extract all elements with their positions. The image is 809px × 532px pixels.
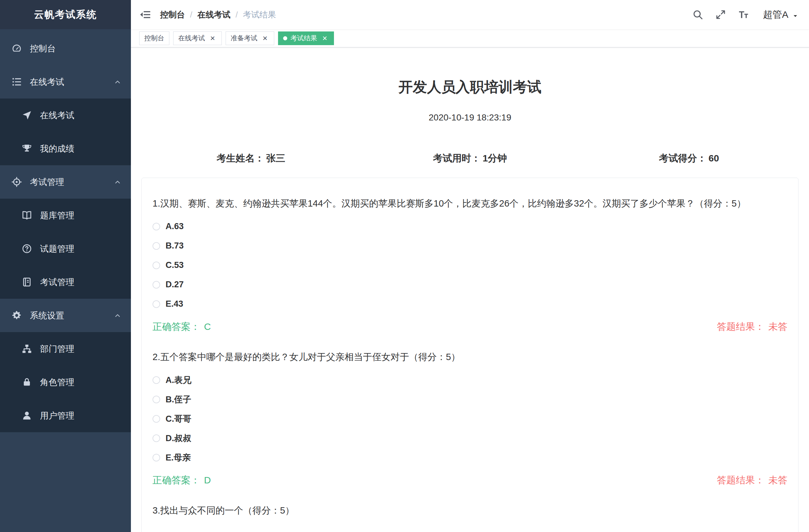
username: 超管A: [763, 8, 788, 21]
question-2-option-1[interactable]: A.表兄: [153, 373, 787, 388]
exam-title: 开发人员入职培训考试: [141, 78, 798, 97]
answer-row: 正确答案：C答题结果：未答: [153, 320, 787, 333]
sidebar-item-7[interactable]: 考试管理: [0, 265, 131, 299]
sidebar-item-label: 考试管理: [30, 176, 114, 188]
sidebar-menu: 控制台在线考试在线考试我的成绩考试管理题库管理试题管理考试管理系统设置部门管理角…: [0, 29, 131, 432]
answer-result: 答题结果：未答: [717, 474, 787, 487]
radio-button[interactable]: [153, 261, 160, 269]
breadcrumb-item-1[interactable]: 在线考试: [197, 9, 230, 20]
tag-2[interactable]: 准备考试×: [226, 32, 274, 45]
question-text: 2.五个答案中哪个是最好的类比？女儿对于父亲相当于侄女对于（得分：5）: [153, 350, 787, 364]
fullscreen-icon[interactable]: [715, 9, 726, 20]
sidebar-item-label: 控制台: [30, 43, 121, 54]
sidebar-item-6[interactable]: 试题管理: [0, 232, 131, 265]
sidebar-item-10[interactable]: 角色管理: [0, 365, 131, 399]
breadcrumb-item-0[interactable]: 控制台: [160, 9, 185, 20]
option-label: E.43: [166, 299, 183, 309]
correct-answer-label: 正确答案：: [153, 321, 200, 332]
navbar-actions: 超管A: [692, 8, 799, 21]
sidebar-item-label: 考试管理: [40, 276, 121, 288]
hamburger-icon[interactable]: [139, 8, 151, 21]
question-2-option-3[interactable]: C.哥哥: [153, 411, 787, 426]
radio-button[interactable]: [153, 434, 160, 442]
sidebar-item-label: 系统设置: [30, 310, 114, 321]
question-1-option-4[interactable]: D.27: [153, 277, 787, 292]
font-size-icon[interactable]: [738, 9, 749, 20]
search-icon[interactable]: [692, 9, 703, 20]
exam-score-label: 考试得分：: [659, 153, 707, 164]
tag-label: 准备考试: [231, 34, 257, 42]
student-name-value: 张三: [266, 153, 285, 164]
answer-result-value: 未答: [768, 475, 787, 485]
breadcrumb-separator: /: [190, 10, 192, 20]
question-2-option-2[interactable]: B.侄子: [153, 392, 787, 407]
option-label: A.63: [166, 222, 184, 231]
question-2-option-5[interactable]: E.母亲: [153, 450, 787, 465]
student-name: 考生姓名：张三: [141, 152, 360, 165]
correct-answer-label: 正确答案：: [153, 475, 200, 485]
question-1-option-3[interactable]: C.53: [153, 258, 787, 273]
radio-button[interactable]: [153, 415, 160, 423]
question-1-option-5[interactable]: E.43: [153, 296, 787, 311]
question-text: 3.找出与众不同的一个（得分：5）: [153, 503, 787, 518]
sidebar-item-2[interactable]: 在线考试: [0, 99, 131, 132]
navbar: 控制台/在线考试/考试结果 超管A: [131, 0, 809, 29]
caret-down-icon: [791, 12, 799, 20]
option-label: C.53: [166, 260, 184, 270]
sidebar-item-8[interactable]: 系统设置: [0, 299, 131, 332]
option-label: D.叔叔: [166, 432, 191, 444]
user-menu[interactable]: 超管A: [763, 8, 799, 21]
radio-button[interactable]: [153, 242, 160, 250]
sidebar-item-0[interactable]: 控制台: [0, 32, 131, 65]
close-icon[interactable]: ×: [208, 34, 217, 42]
exam-duration: 考试用时：1分钟: [360, 152, 579, 165]
correct-answer: 正确答案：C: [153, 320, 211, 333]
dashboard-icon: [12, 43, 22, 54]
tag-1[interactable]: 在线考试×: [173, 32, 222, 45]
app-title: 云帆考试系统: [34, 8, 97, 21]
lock-icon: [22, 377, 32, 388]
exam-score-value: 60: [709, 153, 719, 164]
sidebar-item-4[interactable]: 考试管理: [0, 165, 131, 199]
notebook-icon: [22, 277, 32, 287]
tag-label: 控制台: [144, 34, 164, 42]
correct-answer-value: C: [204, 321, 211, 332]
breadcrumb-separator: /: [236, 10, 238, 20]
tag-3[interactable]: 考试结果×: [278, 32, 334, 45]
breadcrumb-item-2: 考试结果: [243, 9, 276, 20]
exam-duration-label: 考试用时：: [433, 153, 481, 164]
sidebar-item-3[interactable]: 我的成绩: [0, 132, 131, 165]
sidebar-item-11[interactable]: 用户管理: [0, 399, 131, 432]
sidebar-item-5[interactable]: 题库管理: [0, 199, 131, 232]
sidebar-item-label: 我的成绩: [40, 143, 121, 154]
radio-button[interactable]: [153, 454, 160, 461]
radio-button[interactable]: [153, 396, 160, 403]
student-name-label: 考生姓名：: [217, 153, 264, 164]
question-3: 3.找出与众不同的一个（得分：5）: [153, 503, 787, 518]
option-label: C.哥哥: [166, 413, 191, 425]
exam-score: 考试得分：60: [580, 152, 798, 165]
chevron-up-icon: [114, 312, 121, 320]
answer-row: 正确答案：D答题结果：未答: [153, 474, 787, 487]
gear-icon: [12, 310, 22, 321]
question-2-option-4[interactable]: D.叔叔: [153, 431, 787, 446]
correct-answer: 正确答案：D: [153, 474, 211, 487]
sidebar-item-9[interactable]: 部门管理: [0, 332, 131, 365]
answer-result-value: 未答: [768, 321, 787, 332]
radio-button[interactable]: [153, 376, 160, 384]
sidebar-item-1[interactable]: 在线考试: [0, 65, 131, 99]
radio-button[interactable]: [153, 281, 160, 289]
close-icon[interactable]: ×: [261, 34, 269, 42]
sidebar-item-label: 部门管理: [40, 343, 121, 355]
exam-duration-value: 1分钟: [483, 153, 507, 164]
radio-button[interactable]: [153, 223, 160, 230]
close-icon[interactable]: ×: [321, 34, 329, 42]
answer-result: 答题结果：未答: [717, 320, 787, 333]
question-1-option-1[interactable]: A.63: [153, 219, 787, 234]
trophy-icon: [22, 143, 32, 154]
answer-result-label: 答题结果：: [717, 475, 764, 485]
question-1-option-2[interactable]: B.73: [153, 238, 787, 253]
radio-button[interactable]: [153, 300, 160, 308]
chevron-up-icon: [114, 178, 121, 186]
tag-0[interactable]: 控制台: [139, 32, 169, 45]
